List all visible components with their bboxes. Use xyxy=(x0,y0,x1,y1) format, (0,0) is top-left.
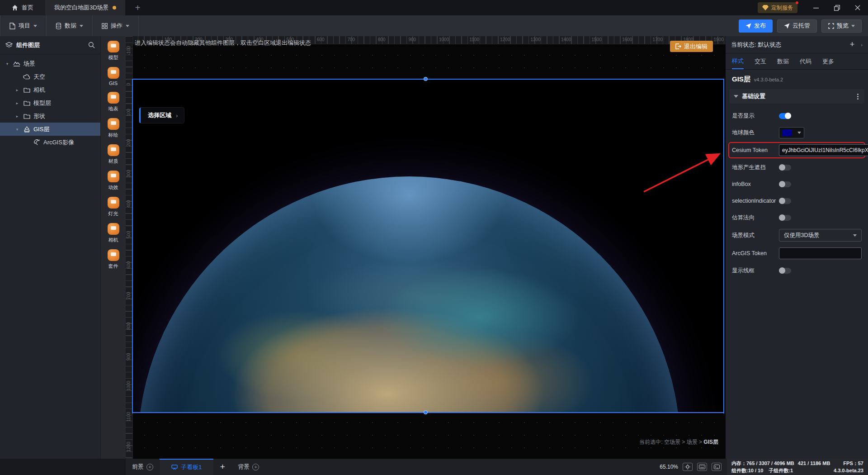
background-button[interactable]: 背景 + xyxy=(231,459,265,475)
ruler-v-label: 400 xyxy=(126,200,131,208)
expander-icon[interactable]: ▾ xyxy=(5,62,10,66)
inspector-tab-交互[interactable]: 交互 xyxy=(755,54,766,69)
add-board-button[interactable]: + xyxy=(213,459,231,475)
chevron-right-icon[interactable]: › xyxy=(861,42,863,48)
toolbox-model-button[interactable]: 模型 xyxy=(108,41,119,61)
send-icon xyxy=(784,23,790,29)
new-tab-button[interactable]: + xyxy=(125,0,151,15)
cloud-hosting-button[interactable]: 云托管 xyxy=(777,19,817,33)
tab-home[interactable]: 首页 xyxy=(0,0,45,15)
add-background-icon[interactable]: + xyxy=(252,464,259,470)
database-icon xyxy=(56,23,61,29)
ruler-v-label: 700 xyxy=(126,292,131,299)
performance-panel: 内存： 765 / 3307 / 4096 MB 421 / 1186 MB F… xyxy=(727,459,868,475)
kebab-menu-icon[interactable] xyxy=(856,94,860,100)
tab-home-label: 首页 xyxy=(22,4,33,12)
selection-handle-top[interactable] xyxy=(424,77,428,81)
inspector-tab-样式[interactable]: 样式 xyxy=(732,53,744,69)
selection-right-edge[interactable] xyxy=(723,79,724,413)
menu-action[interactable]: 操作 xyxy=(93,15,139,36)
toolbox-camera-button[interactable]: 相机 xyxy=(108,223,119,243)
selection-top-edge[interactable] xyxy=(132,79,724,80)
tree-item-label: 模型层 xyxy=(33,99,51,107)
selection-indicator-toggle[interactable] xyxy=(779,198,791,204)
search-icon[interactable] xyxy=(88,42,95,48)
select-region-button[interactable]: 选择区域 › xyxy=(139,108,184,123)
exit-edit-button[interactable]: 退出编辑 xyxy=(670,41,713,52)
foreground-button[interactable]: 前景 + xyxy=(126,459,160,475)
gis-icon xyxy=(108,67,119,79)
selection-handle-bottom[interactable] xyxy=(424,410,428,414)
field-control-wireframe xyxy=(779,268,862,274)
close-button[interactable] xyxy=(847,0,868,15)
toolbox-light-button[interactable]: 灯光 xyxy=(108,197,119,217)
tab-scene[interactable]: 我的空白地面3D场景 xyxy=(45,0,125,15)
tree-item-arcgis-imagery[interactable]: ArcGIS影像 xyxy=(0,136,100,149)
memory-value: 765 / 3307 / 4096 MB xyxy=(746,461,794,466)
menu-data[interactable]: 数据 xyxy=(47,15,93,36)
earth-color-picker[interactable] xyxy=(779,127,804,138)
terrain-occlusion-toggle[interactable] xyxy=(779,165,791,171)
toolbox-terrain-button[interactable]: 地表 xyxy=(108,92,119,112)
tree-item-sky[interactable]: 天空 xyxy=(0,70,100,83)
tree-item-label: 形状 xyxy=(33,112,45,120)
tree-item-label: 相机 xyxy=(33,86,45,94)
tree-item-model-layer[interactable]: ▸模型层 xyxy=(0,96,100,109)
inspector-tab-代码[interactable]: 代码 xyxy=(800,54,811,69)
minimize-button[interactable] xyxy=(806,0,826,15)
arcgis-token-input[interactable] xyxy=(779,247,862,259)
expander-icon[interactable]: ▾ xyxy=(14,127,20,132)
expander-icon[interactable]: ▸ xyxy=(14,114,20,119)
add-state-button[interactable]: + xyxy=(850,40,855,49)
tree-item-scene[interactable]: ▾场景 xyxy=(0,57,100,70)
add-foreground-icon[interactable]: + xyxy=(146,464,153,470)
expander-icon[interactable]: ▸ xyxy=(14,101,20,105)
tree-item-shape[interactable]: ▸形状 xyxy=(0,109,100,123)
infobox-toggle[interactable] xyxy=(779,181,791,187)
toolbox-plot-button[interactable]: 标绘 xyxy=(108,118,119,138)
selection-left-edge[interactable] xyxy=(132,79,133,413)
restore-button[interactable] xyxy=(826,0,847,15)
toolbox-kit-button[interactable]: 套件 xyxy=(108,249,119,270)
subboard-tab[interactable]: 子看板1 xyxy=(160,459,213,475)
visible-toggle[interactable] xyxy=(779,113,791,119)
field-label-infobox: infoBox xyxy=(732,181,779,187)
toolbox-label: 材质 xyxy=(108,158,118,165)
fit-screen-button[interactable] xyxy=(683,463,693,471)
gis-panel-viewport[interactable] xyxy=(132,79,724,413)
publish-button[interactable]: 发布 xyxy=(739,19,773,33)
zoom-level[interactable]: 65.10% xyxy=(660,464,678,470)
custom-service-button[interactable]: 定制服务 xyxy=(758,2,797,13)
expander-icon[interactable]: ▸ xyxy=(14,88,20,92)
section-basic-settings[interactable]: 基础设置 xyxy=(729,89,864,104)
ruler-v-label: 800 xyxy=(126,322,131,330)
fullscreen-icon xyxy=(828,23,834,29)
inspector-tab-数据[interactable]: 数据 xyxy=(777,54,789,69)
tree-item-camera[interactable]: ▸相机 xyxy=(0,83,100,96)
toolbox-effect-button[interactable]: 动效 xyxy=(108,171,119,191)
model-icon xyxy=(108,41,119,52)
toolbox-gis-button[interactable]: GIS xyxy=(108,67,119,86)
component-name: GIS层 xyxy=(732,75,750,84)
inspector-tab-更多[interactable]: 更多 xyxy=(822,54,834,69)
preview-button[interactable]: 预览 xyxy=(821,19,862,33)
console-button[interactable] xyxy=(712,463,722,471)
tree-item-gis-layer[interactable]: ▾GIS层 xyxy=(0,123,100,136)
editor-canvas[interactable]: 进入编辑状态会自动隐藏其他组件图层，双击空白区域退出编辑状态 退出编辑 选择区域… xyxy=(126,36,726,459)
subcomponents-label: 子组件数: xyxy=(769,467,790,474)
toolbox-label: 地表 xyxy=(108,105,118,112)
toolbox-material-button[interactable]: 材质 xyxy=(108,144,119,165)
earth-globe[interactable] xyxy=(138,176,680,413)
ruler-h-label: 1200 xyxy=(500,37,510,42)
folder-icon xyxy=(23,100,31,106)
field-control-cesium-token: eyJhbGciOiJIUzI1NiIsInR5cCI6IkpXV xyxy=(779,144,868,156)
menu-project[interactable]: 项目 xyxy=(0,15,47,36)
wireframe-toggle[interactable] xyxy=(779,268,791,274)
ruler-h-label: 1100 xyxy=(470,37,480,42)
cesium-token-input[interactable]: eyJhbGciOiJIUzI1NiIsInR5cCI6IkpXV xyxy=(779,144,868,156)
estimate-normal-toggle[interactable] xyxy=(779,215,791,221)
keyboard-shortcuts-button[interactable] xyxy=(697,463,707,471)
selection-bottom-edge[interactable] xyxy=(132,412,724,413)
scene-mode-select[interactable]: 仅使用3D场景 xyxy=(779,229,862,242)
light-icon xyxy=(108,197,119,209)
